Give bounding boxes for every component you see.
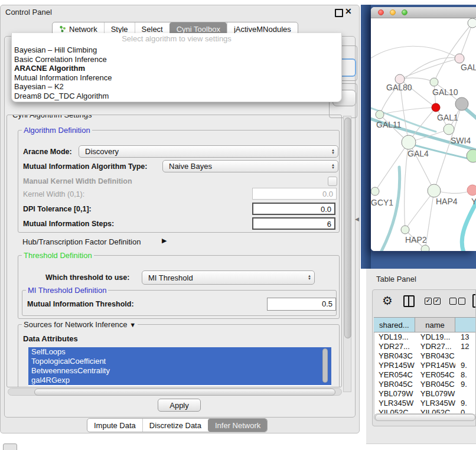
column-header-shared-name[interactable]: shared... [374, 318, 415, 332]
hub-definition-label[interactable]: Hub/Transcription Factor Definition [22, 237, 141, 246]
network-edge[interactable] [434, 23, 472, 82]
gear-icon[interactable]: ⚙ [382, 294, 393, 308]
tab-label: Network [69, 25, 97, 34]
network-node-SWI4[interactable] [467, 149, 476, 162]
select-all-check-icon[interactable]: ✓ [425, 298, 432, 305]
algorithm-item[interactable]: Mutual Information Inference [12, 73, 341, 83]
algorithm-item[interactable]: Bayesian – K2 [12, 82, 341, 92]
scrollbar-thumb[interactable] [344, 118, 351, 338]
cell-shared-name: YDR27... [374, 342, 415, 351]
network-node-gray-node[interactable] [455, 97, 468, 110]
aracne-mode-select[interactable]: Discovery ▲▼ [79, 145, 338, 158]
close-traffic-light-icon[interactable] [378, 9, 384, 15]
network-edge[interactable] [400, 58, 459, 79]
manual-kernel-checkbox[interactable] [328, 177, 337, 186]
table-row[interactable]: YBR045C YBR045C 9. [374, 380, 476, 389]
network-node-GAL4[interactable] [402, 135, 416, 149]
network-node-gal-cut[interactable] [455, 54, 464, 63]
network-canvas[interactable]: GALGAL80GAL10GAL11GAL1SWI4GAL4GCY1HAP4YH… [371, 18, 476, 251]
apply-button[interactable]: Apply [158, 399, 201, 412]
minimize-traffic-light-icon[interactable] [390, 9, 396, 15]
network-edge[interactable] [462, 199, 476, 251]
settings-vertical-scrollbar[interactable] [343, 116, 351, 392]
network-node-label: HAP2 [405, 235, 427, 244]
network-node-label: GAL1 [437, 113, 458, 122]
which-threshold-value: MI Threshold [142, 273, 305, 282]
which-threshold-select[interactable]: MI Threshold ▲▼ [142, 270, 315, 285]
dpi-tolerance-input[interactable]: 0.0 [252, 203, 335, 215]
settings-horizontal-scrollbar[interactable] [8, 388, 342, 396]
network-edge[interactable] [459, 23, 472, 58]
float-window-icon[interactable] [335, 9, 343, 17]
network-node-GCY1[interactable] [371, 187, 379, 195]
attributes-list-scrollbar[interactable] [322, 348, 328, 383]
tab-infer-network[interactable]: Infer Network [208, 419, 267, 432]
table-horizontal-scrollbar[interactable] [374, 413, 475, 421]
collapse-down-icon[interactable]: ▼ [129, 321, 136, 328]
network-node-top-cut[interactable] [468, 18, 476, 28]
network-node-label: GAL80 [386, 83, 412, 92]
network-node-label: GAL [461, 63, 476, 72]
column-divider [408, 296, 410, 306]
network-window-titlebar[interactable] [371, 7, 476, 18]
network-node-GAL10[interactable] [430, 78, 438, 86]
scrollbar-thumb[interactable] [375, 414, 475, 421]
close-icon[interactable]: ✕ [345, 6, 352, 16]
cell-value: 9. [455, 380, 476, 389]
deselect-all-icon[interactable] [458, 298, 465, 305]
attribute-list-item[interactable]: gal4RGexp [28, 376, 331, 385]
cell-value: 9. [455, 399, 476, 408]
algorithm-item[interactable]: ARACNE Algorithm [12, 64, 341, 73]
tab-impute-data[interactable]: Impute Data [87, 419, 142, 432]
network-node-GAL1[interactable] [444, 124, 454, 135]
algorithm-item[interactable]: Dream8 DC_TDC Algorithm [12, 92, 341, 101]
new-column-icon[interactable] [472, 294, 476, 308]
cell-name: YDR27... [415, 342, 455, 351]
cell-value [455, 389, 476, 399]
network-edge[interactable] [375, 142, 409, 191]
collapsed-panel-icon[interactable] [3, 444, 17, 450]
network-node-bottom-cut[interactable] [421, 245, 429, 251]
table-row[interactable]: YDL19... YDL19... 13 [374, 332, 476, 342]
tab-discretize-data[interactable]: Discretize Data [142, 419, 208, 432]
attribute-list-item[interactable]: BetweennessCentrality [28, 366, 331, 376]
deselect-all-icon[interactable] [449, 298, 457, 305]
table-panel-title: Table Panel [376, 275, 416, 283]
network-node-GAL11[interactable] [376, 110, 384, 119]
kernel-width-input[interactable]: 0.0 [252, 188, 337, 200]
cell-name: YPR145W [415, 361, 455, 370]
network-icon [59, 25, 66, 32]
network-node-salmon-node[interactable] [467, 185, 476, 195]
network-node-HAP4[interactable] [428, 184, 441, 197]
splitter-collapse-icon[interactable]: ◀ [355, 216, 359, 222]
select-all-check-icon[interactable]: ✓ [433, 298, 441, 305]
attribute-list-item[interactable]: SelfLoops [28, 347, 331, 357]
network-node-HAP2[interactable] [401, 226, 409, 234]
tab-label: Infer Network [215, 421, 260, 430]
algorithm-item[interactable]: Basic Correlation Inference [12, 55, 341, 64]
zoom-traffic-light-icon[interactable] [402, 9, 407, 15]
network-node-red-node[interactable] [432, 103, 440, 112]
scrollbar-thumb[interactable] [34, 389, 335, 396]
data-attributes-list[interactable]: SelfLoops TopologicalCoefficient Between… [28, 347, 331, 386]
table-row[interactable]: YLR345W YLR345W 9. [374, 399, 476, 408]
cell-shared-name: YBR043C [374, 351, 415, 361]
table-row[interactable]: YBL079W YBL079W [374, 389, 476, 399]
cell-name: YBR043C [415, 351, 455, 361]
algorithm-definition-group: Algorithm Definition Aracne Mode: Discov… [18, 130, 340, 233]
table-row[interactable]: YBR043C YBR043C [374, 351, 476, 361]
mi-algorithm-type-select[interactable]: Naive Bayes ▲▼ [162, 160, 338, 172]
column-header-cut[interactable] [455, 318, 476, 332]
group-title: Cyni Algorithm Settings [11, 115, 93, 119]
expand-right-icon[interactable]: ▶ [162, 237, 167, 244]
mi-threshold-input[interactable]: 0.5 [267, 298, 336, 311]
table-row[interactable]: YER054C YER054C 8. [374, 370, 476, 380]
column-view-icon[interactable] [403, 295, 415, 307]
table-row[interactable]: YDR27... YDR27... 12 [374, 342, 476, 351]
network-edge[interactable] [405, 191, 434, 230]
attribute-list-item[interactable]: TopologicalCoefficient [28, 357, 331, 366]
column-header-name[interactable]: name [415, 318, 456, 332]
algorithm-item[interactable]: Bayesian – Hill Climbing [12, 45, 341, 55]
mi-steps-input[interactable]: 6 [252, 217, 335, 230]
table-row[interactable]: YPR145W YPR145W 9. [374, 361, 476, 370]
